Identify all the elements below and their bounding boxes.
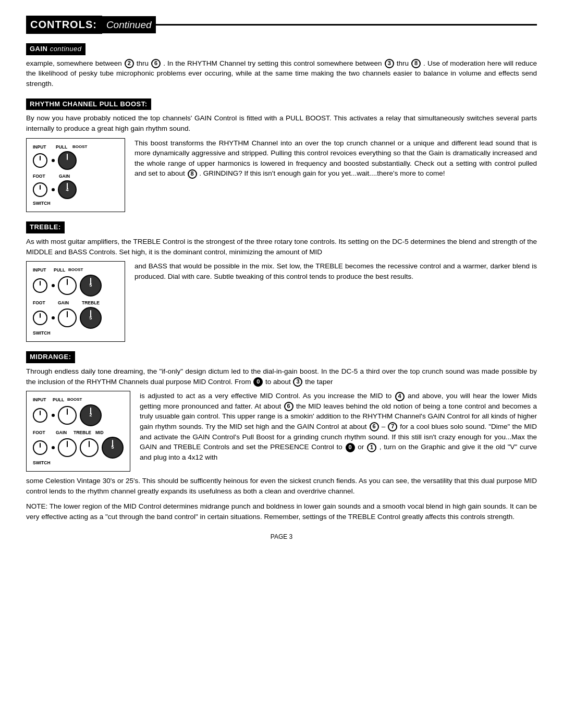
midrange-diagram-box: INPUT PULL BOOST 2 bbox=[26, 391, 130, 472]
num-8b: 8 bbox=[188, 169, 197, 179]
m-lbl-boost: BOOST bbox=[67, 397, 86, 403]
m-input-knob-group bbox=[33, 408, 47, 423]
treble-diagram-wrap: INPUT PULL BOOST 5 bbox=[26, 261, 537, 342]
m-gain-knob-group bbox=[58, 438, 77, 457]
gain-label: GAIN bbox=[30, 45, 48, 53]
mid-top-labels: INPUT PULL BOOST bbox=[33, 397, 124, 403]
midrange-section: MIDRANGE: Through endless daily tone dre… bbox=[26, 351, 537, 522]
treble-bot-labels-top: FOOT GAIN TREBLE bbox=[33, 300, 118, 306]
m-input-knob bbox=[33, 408, 47, 423]
treble-diagram-box: INPUT PULL BOOST 5 bbox=[26, 261, 125, 342]
title-italic: Continued bbox=[102, 16, 156, 34]
gain-knob-group: 4 bbox=[58, 180, 77, 199]
t-treble-knob: 5 bbox=[80, 307, 102, 329]
m-mid5-num: 5 bbox=[111, 444, 114, 451]
gain-knob-num: 4 bbox=[66, 187, 68, 193]
t-lbl-treble: TREBLE bbox=[82, 300, 100, 306]
gain-header: GAIN continued bbox=[26, 43, 537, 58]
lbl-gain-bot: GAIN bbox=[59, 173, 87, 179]
midrange-paragraph4: NOTE: The lower region of the MID Contro… bbox=[26, 501, 537, 522]
num-6: 6 bbox=[151, 59, 161, 68]
t-lbl-gain: GAIN bbox=[58, 300, 77, 306]
rhythm-pull-boost-section: RHYTHM CHANNEL PULL BOOST: By now you ha… bbox=[26, 98, 537, 213]
num-8: 8 bbox=[411, 59, 421, 68]
title-bar: CONTROLS: Continued bbox=[26, 16, 537, 34]
m-pull-knob bbox=[58, 406, 77, 425]
num-6m: 6 bbox=[284, 402, 293, 411]
m-lbl-treble: TREBLE bbox=[74, 429, 92, 436]
m-lbl-foot: FOOT bbox=[33, 429, 47, 436]
midrange-paragraph3: some Celestion Vintage 30's or 25's. Thi… bbox=[26, 476, 537, 496]
num-6m2: 6 bbox=[370, 422, 379, 431]
t-treble-num: 5 bbox=[89, 315, 92, 322]
pull-knob-group bbox=[58, 151, 77, 170]
lbl-pull: PULL bbox=[56, 144, 65, 150]
title-line bbox=[156, 24, 537, 26]
lbl-switch: SWITCH bbox=[33, 200, 51, 206]
t-lbl-input: INPUT bbox=[33, 267, 48, 273]
m-boost2-num: 2 bbox=[89, 412, 92, 418]
treble-bot-knobs: 5 bbox=[33, 307, 118, 329]
t-pullboost-knob-group bbox=[58, 276, 77, 295]
midrange-paragraph1: Through endless daily tone dreaming, the… bbox=[26, 366, 537, 387]
dot2 bbox=[52, 188, 55, 191]
treble-top-labels: INPUT PULL BOOST bbox=[33, 267, 118, 273]
rhythm-diagram-box: INPUT PULL BOOST bbox=[26, 138, 125, 213]
num-4m: 4 bbox=[395, 392, 405, 401]
t-lbl-foot: FOOT bbox=[33, 300, 48, 306]
m-foot-knob-group bbox=[33, 440, 47, 455]
mid-bot-labels-top: FOOT GAIN TREBLE MID bbox=[33, 429, 124, 436]
num-1m: 1 bbox=[367, 443, 376, 452]
rhythm-header: RHYTHM CHANNEL PULL BOOST: bbox=[26, 98, 151, 110]
t-input-knob bbox=[33, 278, 47, 293]
page-number: PAGE 3 bbox=[26, 533, 537, 541]
m-lbl-pull: PULL bbox=[53, 397, 61, 403]
num-3: 3 bbox=[385, 59, 394, 68]
lbl-foot: FOOT bbox=[33, 173, 50, 179]
m-mid5-knob: 5 bbox=[102, 437, 124, 459]
gain-continued-section: GAIN continued example, somewhere betwee… bbox=[26, 43, 537, 89]
t-treble5-knob: 5 bbox=[80, 275, 102, 297]
input-knob bbox=[33, 153, 47, 168]
gain-suffix: continued bbox=[50, 45, 82, 53]
footswitch-knob bbox=[33, 182, 47, 197]
t-treble5-knob-group: 5 bbox=[80, 275, 102, 297]
rhythm-paragraph1: By now you have probably noticed the top… bbox=[26, 113, 537, 133]
treble-paragraph1: As with most guitar amplifiers, the TREB… bbox=[26, 237, 537, 257]
input-knob-group bbox=[33, 153, 47, 168]
m-boost2-knob-group: 2 bbox=[80, 404, 102, 426]
treble-text-block: and BASS that would be possible in the m… bbox=[134, 261, 537, 285]
m-pull-knob-group bbox=[58, 406, 77, 425]
m-boost2-knob: 2 bbox=[80, 404, 102, 426]
t-lbl-boost: BOOST bbox=[68, 267, 87, 273]
mid-top-knobs: 2 bbox=[33, 404, 124, 426]
t-dot2 bbox=[52, 316, 55, 319]
t-foot-knob-group bbox=[33, 311, 47, 325]
midrange-paragraph2: is adjusted to act as a very effective M… bbox=[140, 391, 537, 462]
midrange-diagram-wrap: INPUT PULL BOOST 2 bbox=[26, 391, 537, 472]
m-treble-knob-group bbox=[80, 438, 99, 457]
treble-switch-label: SWITCH bbox=[33, 330, 118, 336]
m-lbl-gain: GAIN bbox=[56, 429, 70, 436]
t-lbl-pull: PULL bbox=[54, 267, 62, 273]
num-7m: 7 bbox=[388, 422, 397, 431]
footswitch-knob-group bbox=[33, 182, 47, 197]
treble-section: TREBLE: As with most guitar amplifiers, … bbox=[26, 221, 537, 342]
treble-paragraph2: and BASS that would be possible in the m… bbox=[134, 261, 537, 281]
rhythm-bot-labels-bot: SWITCH bbox=[33, 200, 118, 206]
rhythm-bot-knobs: 4 bbox=[33, 180, 118, 199]
mid-bot-knobs: 5 bbox=[33, 437, 124, 459]
gain-knob: 4 bbox=[58, 180, 77, 199]
rhythm-text-block: This boost transforms the RHYTHM Channel… bbox=[134, 138, 537, 182]
t-treble-knob-group: 5 bbox=[80, 307, 102, 329]
treble-top-knobs: 5 bbox=[33, 275, 118, 297]
t-gain-knob-group bbox=[58, 309, 77, 327]
m-lbl-mid: MID bbox=[95, 429, 106, 436]
title-bold: CONTROLS: bbox=[26, 16, 102, 34]
m-gain-knob bbox=[58, 438, 77, 457]
t-pullboost-knob bbox=[58, 276, 77, 295]
rhythm-paragraph2: This boost transforms the RHYTHM Channel… bbox=[134, 138, 537, 179]
t-input-knob-group bbox=[33, 278, 47, 293]
rhythm-bot-labels-top: FOOT GAIN bbox=[33, 173, 118, 179]
t-dot1 bbox=[52, 284, 55, 287]
